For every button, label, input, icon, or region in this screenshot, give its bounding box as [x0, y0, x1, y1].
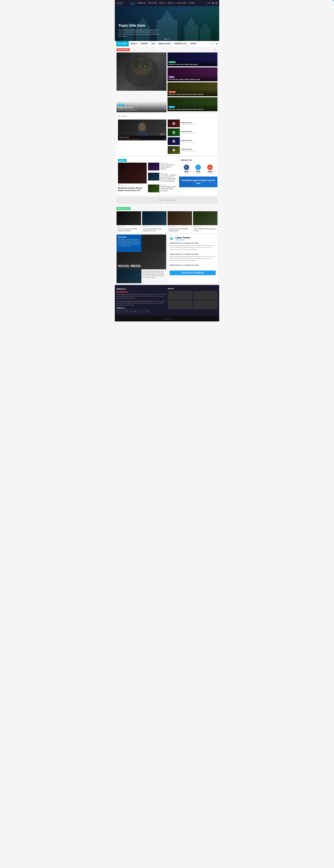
social-media-cables-image — [116, 269, 141, 283]
cat-all-news[interactable]: ALL NEWS — [116, 41, 129, 46]
footer-recent-4[interactable] — [193, 300, 218, 309]
google-stat[interactable]: g+ 24.4k subscribes — [207, 164, 213, 174]
story-small-1[interactable]: SCIENCE 8 times co-stars just couldn't g… — [168, 53, 218, 66]
mideast-title-2: US drone destroys Russian-made tank in S… — [143, 228, 166, 232]
play-button-3[interactable] — [172, 140, 175, 143]
tweet-item-3: Default text here , to position tex mode — [170, 264, 216, 268]
clock-icon-6: ⏰ — [143, 226, 144, 227]
world-side-3[interactable]: ⏰ Today 3:53 Premier League looks abroad… — [148, 185, 177, 193]
footer-about-text-1: Many desktop publishing packages and web… — [116, 293, 166, 299]
story-small-2[interactable]: SPORT Five Premier League rights package… — [168, 67, 218, 81]
play-button-4[interactable] — [172, 149, 175, 152]
fullscreen-icon[interactable]: ⛶ — [164, 138, 165, 140]
story-small-3[interactable]: POLITICS What this 'casual' photo tells … — [168, 82, 218, 96]
facebook-promo[interactable]: Facebook's age of empire may be over — [179, 177, 218, 187]
video-main[interactable]: Video title here 2:59/3:10 ⛶ ulprit — [118, 120, 166, 141]
video-list-item-4[interactable]: Video title here 134 k vue 5 days ago — [168, 146, 216, 154]
mideast-item-4[interactable]: ⏰ Today 3:53 SDF: 'Beatles' tried to esc… — [193, 211, 218, 233]
facebook-stat[interactable]: f 50.2k Fans — [184, 164, 189, 174]
mideast-item-3[interactable]: ⏰ Today 3:53 Palestinian teen on trial a… — [168, 211, 192, 233]
video-list-item-3[interactable]: Video title here 134 k vue 5 days ago — [168, 137, 216, 145]
footer-rss-icon[interactable]: ◌ — [137, 310, 141, 313]
hero-dot-3[interactable] — [168, 38, 169, 40]
story-small-4-overlay: WORLD What this 'casual' photo tells us … — [168, 104, 218, 111]
contact-label: CONTACT US — [180, 159, 192, 162]
hero-dot-1[interactable] — [165, 38, 166, 40]
facebook-icon[interactable]: 𝐟 — [208, 2, 208, 4]
nav-about[interactable]: About us — [168, 2, 174, 4]
footer-facebook-icon[interactable]: f — [121, 310, 124, 313]
video-list-item-2[interactable]: Video title here 134 k vue 5 days ago — [168, 128, 216, 136]
nav-latest-news[interactable]: Latest news — [177, 2, 186, 4]
nav-links: Home Categories User profile Articles Ab… — [130, 2, 208, 4]
twitter-stat[interactable]: t 10.5k follows — [195, 164, 201, 174]
nav-user-profile[interactable]: User profile — [148, 2, 157, 4]
world-side-1[interactable]: ⏰ Today 3:53 Who is Saudi Prince Mohamme… — [148, 163, 177, 172]
footer-instagram-icon[interactable]: ♥ — [129, 310, 132, 313]
cat-sciences-it[interactable]: SCIENCES & IT — [173, 41, 189, 46]
footer-recent-label: Recent — [168, 288, 218, 290]
story-small-4[interactable]: WORLD What this 'casual' photo tells us … — [168, 97, 218, 111]
nav-contact[interactable]: Contact — [189, 2, 194, 4]
story-main[interactable]: WORLD Topic title here place the require… — [116, 53, 166, 112]
hero-content: Topic title here Many desktop publishing… — [118, 23, 160, 37]
video-meta-1: 134 k vue 5 days ago — [181, 124, 216, 125]
svg-point-19 — [138, 66, 140, 67]
footer-cloud-icon[interactable]: ☁ — [146, 310, 149, 313]
hero-dot-2[interactable] — [166, 38, 168, 40]
social-media-bottom-image: SOCIAL MEDIA — [116, 252, 166, 269]
nav-home[interactable]: Home — [130, 2, 135, 4]
world-side-2[interactable]: ⏰ Today 3:53 John Oliver on stage in New… — [148, 173, 177, 183]
hamburger-menu-icon[interactable]: ☰ — [215, 2, 218, 4]
twitter-icon[interactable]: 𝕋 — [210, 2, 211, 4]
mideast-item-2[interactable]: ⏰ Today 3:53 US drone destroys Russian-m… — [142, 211, 167, 233]
world-side-title-2: John Oliver on stage in New York last Ju… — [160, 174, 177, 182]
video-progress-bar[interactable] — [125, 139, 163, 140]
footer-twitter-icon[interactable]: 𝕋 — [116, 310, 120, 313]
world-main-story[interactable]: ⏰ Today 3:53 Manhattan bomber Ahmad Rahi… — [118, 163, 147, 193]
next-arrow-icon[interactable]: › — [217, 49, 218, 51]
play-button-2[interactable] — [172, 131, 175, 134]
footer-recent-1[interactable] — [168, 291, 192, 300]
footer-wifi-icon[interactable]: ○ — [142, 310, 145, 313]
footer-recent-2[interactable] — [193, 291, 218, 300]
svg-point-16 — [136, 68, 148, 75]
play-button-1[interactable] — [172, 122, 175, 125]
world-label: WORLD — [118, 159, 127, 162]
cat-usa[interactable]: USA — [149, 41, 157, 46]
video-time: 2:59/3:10 — [119, 138, 124, 140]
world-side-meta-1: ⏰ Today 3:53 — [160, 163, 177, 164]
logo-text: Logo HERE — [116, 2, 127, 3]
cat-sport[interactable]: SPORT — [189, 41, 198, 46]
mideast-body-3: ⏰ Today 3:53 Palestinian teen on trial a… — [168, 225, 192, 233]
cat-world[interactable]: WORLD — [129, 41, 139, 46]
twitter-bird-icon: 🐦 — [170, 237, 174, 241]
facebook-icon-large: f — [184, 164, 189, 170]
nav-articles[interactable]: Articles — [159, 2, 165, 4]
cat-facebook-icon[interactable]: 𝐟 — [212, 42, 213, 45]
xing-icon[interactable]: ✖ — [212, 2, 214, 4]
video-list-item-1[interactable]: Video title here 134 k vue 5 days ago — [168, 120, 216, 127]
navigation: Logo HERE Newspaper Home Categories User… — [115, 0, 219, 6]
svg-marker-7 — [186, 17, 197, 25]
footer-recent-3[interactable] — [168, 300, 192, 309]
follow-twitter-button[interactable]: FOLLOW US ON TWEETER — [170, 271, 216, 275]
cat-europe[interactable]: EUROPE — [139, 41, 149, 46]
story-main-subtitle: place the required text here — [118, 109, 165, 111]
cat-x-icon[interactable]: ✖ — [216, 42, 218, 45]
prev-arrow-icon[interactable]: ‹ — [213, 49, 213, 51]
footer-youtube-icon[interactable]: ▶ — [133, 310, 136, 313]
world-contact-wrapper: WORLD ⏰ Today 3:53 Manhattan bomber Ahma… — [116, 157, 218, 195]
nav-categories[interactable]: Categories — [137, 2, 146, 4]
cat-twitter-icon[interactable]: 𝕋 — [214, 42, 215, 45]
tweet-label-1: Default text here , to position tex mode — [170, 242, 216, 244]
video-title-2: Video title here — [181, 131, 216, 132]
mideast-item-1[interactable]: ⏰ Today 3:53 Have your say: What should … — [116, 211, 141, 233]
footer-googleplus-icon[interactable]: g+ — [125, 310, 128, 313]
mideast-body-1: ⏰ Today 3:53 Have your say: What should … — [116, 225, 141, 233]
footer-brand: BadrNews — [116, 290, 166, 293]
social-media-section: facebook Many desktop publishing package… — [116, 235, 166, 283]
fb-promo-text: Facebook's age of empire may be over — [181, 179, 216, 185]
clock-icon-8: ⏰ — [194, 226, 196, 227]
cat-mideast[interactable]: MIDDLE EASIT — [157, 41, 173, 46]
